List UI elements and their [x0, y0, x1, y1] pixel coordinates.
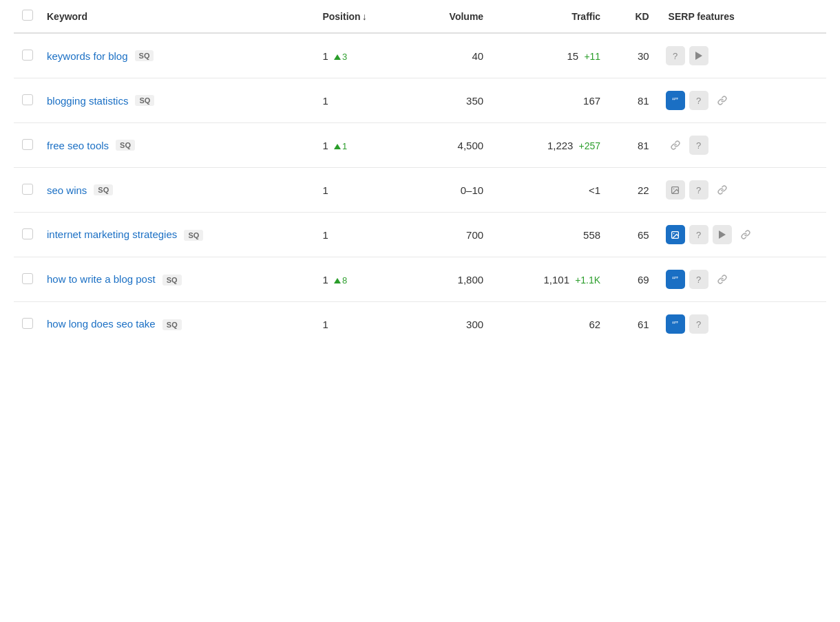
table-row: free seo tools SQ 1 14,5001,223 +25781?	[14, 123, 826, 168]
volume-value: 4,500	[411, 123, 492, 168]
sq-badge: SQ	[184, 230, 203, 241]
link-icon[interactable]	[713, 91, 732, 110]
keyword-cell: free seo tools SQ	[47, 140, 306, 151]
image-icon[interactable]	[666, 180, 685, 200]
serp-icons: “”?	[666, 91, 818, 110]
svg-marker-5	[719, 230, 726, 239]
keyword-link[interactable]: how to write a blog post	[47, 273, 156, 285]
question-icon[interactable]: ?	[689, 180, 708, 200]
traffic-value: 62	[589, 319, 600, 330]
sq-badge: SQ	[116, 140, 135, 151]
position-change: 1	[334, 141, 347, 151]
traffic-column-header: Traffic	[492, 0, 609, 33]
question-icon[interactable]: ?	[689, 270, 708, 289]
volume-value: 700	[411, 213, 492, 257]
row-checkbox-5[interactable]	[22, 228, 33, 239]
question-icon[interactable]: ?	[689, 314, 708, 334]
keyword-cell: seo wins SQ	[47, 184, 306, 196]
table-row: keywords for blog SQ 1 34015 +1130?	[14, 33, 826, 78]
svg-point-4	[673, 233, 675, 234]
kd-value: 22	[609, 168, 657, 213]
traffic-value: 167	[583, 95, 600, 107]
question-icon[interactable]: ?	[689, 136, 708, 155]
table-row: how to write a blog post SQ 1 81,8001,10…	[14, 257, 826, 302]
featured-snippet-icon[interactable]: “”	[666, 91, 685, 110]
volume-value: 350	[411, 78, 492, 123]
volume-value: 0–10	[411, 168, 492, 213]
serp-icons: ?	[666, 225, 818, 244]
link-icon[interactable]	[713, 270, 732, 289]
position-value: 1	[322, 319, 328, 330]
image-pack-icon[interactable]	[666, 225, 685, 244]
keyword-link[interactable]: internet marketing strategies	[47, 228, 177, 240]
keyword-link[interactable]: blogging statistics	[47, 95, 128, 107]
traffic-value: 1,101	[543, 274, 569, 286]
keyword-link[interactable]: seo wins	[47, 184, 87, 196]
link-icon[interactable]	[713, 180, 732, 200]
volume-column-header: Volume	[411, 0, 492, 33]
question-icon[interactable]: ?	[689, 91, 708, 110]
row-checkbox-4[interactable]	[22, 184, 33, 195]
up-arrow-icon	[334, 278, 341, 283]
up-arrow-icon	[334, 54, 341, 60]
up-arrow-icon	[334, 144, 341, 149]
featured-snippet-icon[interactable]: ?	[666, 46, 685, 65]
traffic-value: 1,223	[547, 140, 574, 151]
keyword-link[interactable]: keywords for blog	[47, 50, 128, 62]
featured-snippet-icon[interactable]: “”	[666, 314, 685, 334]
serp-column-header: SERP features	[658, 0, 826, 33]
row-checkbox-3[interactable]	[22, 139, 33, 150]
traffic-change: +257	[579, 140, 601, 151]
featured-snippet-icon[interactable]: “”	[666, 270, 685, 289]
select-all-checkbox[interactable]	[22, 10, 33, 21]
volume-value: 1,800	[411, 257, 492, 302]
traffic-value: 15	[567, 50, 579, 62]
sq-badge: SQ	[135, 95, 154, 106]
serp-icons: ?	[666, 46, 818, 65]
position-value: 1	[322, 50, 328, 62]
kd-value: 65	[609, 213, 657, 257]
position-change: 8	[334, 275, 347, 286]
table-row: blogging statistics SQ 135016781“”?	[14, 78, 826, 123]
row-checkbox-2[interactable]	[22, 94, 33, 105]
sq-badge: SQ	[162, 319, 182, 330]
kd-value: 81	[609, 78, 657, 123]
table-row: how long does seo take SQ 13006261“”?	[14, 302, 826, 347]
position-change: 3	[334, 52, 347, 62]
link-icon[interactable]	[666, 136, 685, 155]
serp-icons: “”?	[666, 270, 818, 289]
link-icon[interactable]	[736, 225, 755, 244]
row-checkbox-1[interactable]	[22, 50, 33, 61]
position-value: 1	[322, 140, 328, 151]
keyword-cell: how to write a blog post SQ	[47, 273, 306, 286]
position-value: 1	[322, 229, 328, 241]
svg-point-2	[673, 188, 675, 189]
position-value: 1	[322, 184, 328, 196]
table-row: internet marketing strategies SQ 1700558…	[14, 213, 826, 257]
serp-icons: ?	[666, 136, 818, 155]
keyword-link[interactable]: how long does seo take	[47, 318, 156, 330]
video-icon[interactable]	[689, 46, 708, 65]
position-value: 1	[322, 274, 328, 286]
position-column-header[interactable]: Position ↓	[314, 0, 411, 33]
volume-value: 40	[411, 33, 492, 78]
keyword-cell: how long does seo take SQ	[47, 318, 306, 330]
video-icon[interactable]	[713, 225, 732, 244]
traffic-change: +1.1K	[575, 275, 600, 286]
sq-badge: SQ	[94, 184, 113, 195]
svg-marker-0	[695, 52, 702, 60]
position-value: 1	[322, 95, 328, 107]
traffic-change: +11	[584, 51, 600, 62]
table-row: seo wins SQ 10–10<122?	[14, 168, 826, 213]
keyword-link[interactable]: free seo tools	[47, 140, 109, 151]
question-icon[interactable]: ?	[689, 225, 708, 244]
keyword-cell: keywords for blog SQ	[47, 50, 306, 62]
row-checkbox-6[interactable]	[22, 273, 33, 284]
traffic-value: 558	[583, 229, 600, 241]
volume-value: 300	[411, 302, 492, 347]
serp-icons: “”?	[666, 314, 818, 334]
keyword-cell: blogging statistics SQ	[47, 95, 306, 107]
keyword-cell: internet marketing strategies SQ	[47, 228, 306, 241]
kd-value: 81	[609, 123, 657, 168]
row-checkbox-7[interactable]	[22, 318, 33, 329]
